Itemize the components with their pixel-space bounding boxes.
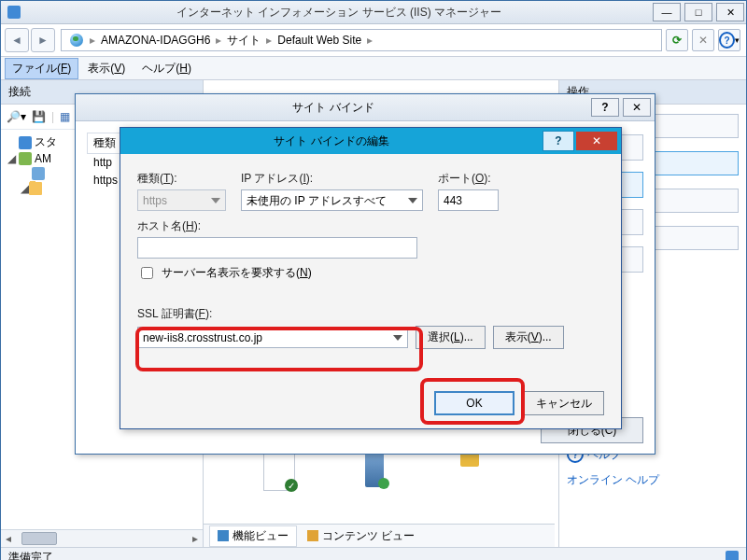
stop-icon: ✕ [698, 34, 708, 47]
nav-row: ◄ ► ▸ AMAZONA-IDAGGH6 ▸ サイト ▸ Default We… [1, 24, 746, 57]
breadcrumb-item-sites[interactable]: サイト [221, 33, 266, 49]
menu-bar: ファイル(F) 表示(V) ヘルプ(H) [1, 57, 746, 80]
tree-start-label: スタ [35, 134, 57, 150]
label-port: ポート(O): [438, 171, 499, 187]
tab-content-label: コンテンツ ビュー [322, 528, 415, 544]
nav-forward-button[interactable]: ► [31, 28, 55, 52]
edit-body: 種類(T): https IP アドレス(I): 未使用の IP アドレスすべて… [120, 154, 621, 360]
app-icon [7, 5, 21, 20]
ssl-cert-select[interactable]: new-iis8.crosstrust.co.jp [137, 327, 408, 348]
bindings-close-button[interactable]: ✕ [623, 98, 651, 117]
ip-select[interactable]: 未使用の IP アドレスすべて [241, 189, 423, 211]
select-cert-button[interactable]: 選択(L)... [416, 326, 486, 349]
host-input[interactable] [137, 237, 417, 259]
app-title: インターネット インフォメーション サービス (IIS) マネージャー [27, 5, 651, 21]
label-ip: IP アドレス(I): [241, 171, 423, 187]
feature-icon-2[interactable] [355, 452, 394, 491]
tab-content[interactable]: コンテンツ ビュー [299, 525, 423, 547]
menu-help[interactable]: ヘルプ(H) [134, 58, 199, 79]
connect-icon[interactable]: 🔎▾ [7, 110, 26, 123]
feature-icon-1[interactable]: ✓ [260, 452, 299, 491]
minimize-button[interactable]: — [653, 3, 681, 21]
sites-folder-icon [29, 182, 42, 195]
tab-features-label: 機能ビュー [233, 528, 289, 544]
menu-view[interactable]: 表示(V) [80, 58, 133, 79]
globe-icon [69, 33, 84, 48]
content-tab-icon [307, 530, 318, 541]
label-type: 種類(T): [137, 171, 226, 187]
breadcrumb-item-site[interactable]: Default Web Site [272, 34, 367, 47]
status-text: 準備完了 [8, 550, 53, 561]
breadcrumb-item-server[interactable]: AMAZONA-IDAGGH6 [95, 34, 216, 47]
refresh-icon: ⟳ [672, 34, 682, 47]
tree-icon-1[interactable]: ▦ [60, 110, 70, 123]
label-ssl-cert: SSL 証明書(F): [137, 306, 604, 322]
label-sni: サーバー名表示を要求する(N) [162, 265, 312, 281]
tab-features[interactable]: 機能ビュー [209, 525, 297, 547]
view-tabs: 機能ビュー コンテンツ ビュー [204, 524, 555, 547]
label-host: ホスト名(H): [137, 218, 604, 234]
ok-button[interactable]: OK [434, 391, 514, 415]
refresh-button[interactable]: ⟳ [666, 29, 688, 51]
edit-close-button[interactable]: ✕ [576, 132, 617, 150]
edit-help-button[interactable]: ? [543, 131, 574, 151]
type-select: https [137, 189, 226, 211]
save-icon[interactable]: 💾 [32, 110, 46, 123]
cancel-button[interactable]: キャンセル [524, 391, 604, 415]
feature-icon-3[interactable] [450, 452, 489, 491]
connections-hscroll[interactable]: ◂▸ [1, 529, 203, 547]
bindings-help-button[interactable]: ? [591, 98, 619, 117]
port-input[interactable] [438, 189, 499, 211]
bindings-title-text: サイト バインド [76, 100, 591, 116]
edit-title-bar: サイト バインドの編集 ? ✕ [120, 128, 621, 154]
edit-binding-dialog: サイト バインドの編集 ? ✕ 種類(T): https IP アドレス(I):… [120, 127, 622, 429]
close-button[interactable]: ✕ [716, 3, 744, 21]
nav-back-button[interactable]: ◄ [5, 28, 29, 52]
menu-file[interactable]: ファイル(F) [5, 58, 78, 79]
feature-icons-row: ✓ [204, 452, 536, 491]
status-bar: 準備完了 [1, 547, 746, 560]
view-cert-button[interactable]: 表示(V)... [493, 326, 564, 349]
context-help-button[interactable]: ?▾ [718, 29, 740, 51]
app-pools-icon [32, 167, 45, 180]
tree-server-label: AM [35, 152, 51, 165]
maximize-button[interactable]: □ [684, 3, 712, 21]
stop-nav-button[interactable]: ✕ [692, 29, 714, 51]
edit-title-text: サイト バインドの編集 [120, 133, 543, 149]
sni-checkbox[interactable] [141, 267, 153, 279]
features-tab-icon [218, 530, 229, 541]
breadcrumb[interactable]: ▸ AMAZONA-IDAGGH6 ▸ サイト ▸ Default Web Si… [61, 29, 662, 51]
status-icon [726, 551, 739, 560]
server-icon [19, 152, 32, 165]
help-icon: ? [719, 32, 735, 49]
online-help-label: オンライン ヘルプ [567, 472, 659, 488]
online-help-link[interactable]: オンライン ヘルプ [567, 472, 739, 488]
title-bar: インターネット インフォメーション サービス (IIS) マネージャー — □ … [1, 1, 746, 24]
bindings-title-bar: サイト バインド ? ✕ [76, 94, 655, 121]
start-page-icon [19, 136, 32, 149]
